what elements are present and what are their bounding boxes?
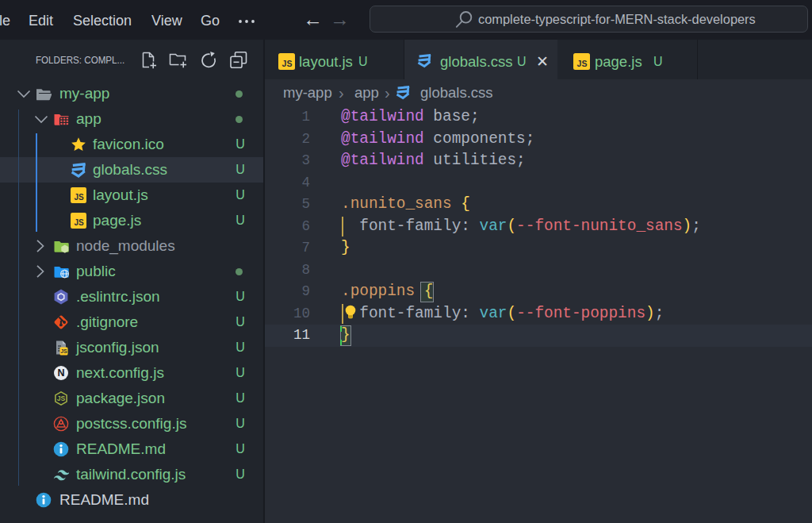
svg-text:N: N [57, 367, 64, 379]
svg-text:JS: JS [74, 218, 84, 227]
svg-text:JS: JS [282, 59, 293, 68]
svg-text:JS: JS [577, 59, 588, 68]
svg-text:JS: JS [74, 193, 84, 202]
svg-text:JS: JS [60, 348, 67, 354]
svg-text:JS: JS [57, 394, 66, 402]
